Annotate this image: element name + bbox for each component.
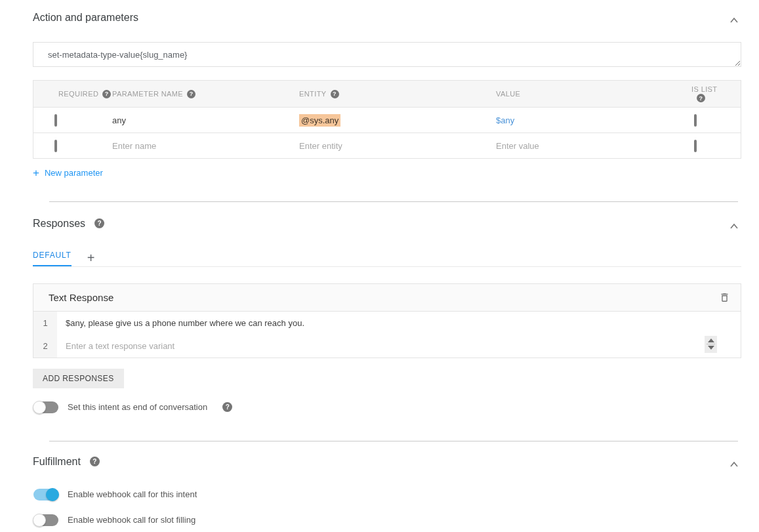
responses-section: Responses ? DEFAULT + Text Response 1 2 [0, 202, 759, 441]
responses-collapse-button[interactable] [727, 219, 741, 234]
help-icon[interactable]: ? [697, 94, 705, 102]
end-of-conversation-label: Set this intent as end of conversation [68, 402, 207, 412]
response-variant-text[interactable]: $any, please give us a phone number wher… [66, 318, 304, 328]
column-entity: ENTITY ? [299, 90, 496, 98]
help-icon[interactable]: ? [222, 402, 232, 412]
new-parameter-label: New parameter [45, 168, 103, 178]
value-reference[interactable]: $any [496, 115, 514, 125]
required-checkbox[interactable] [54, 114, 57, 127]
webhook-slot-label: Enable webhook call for slot filling [68, 515, 195, 525]
help-icon[interactable]: ? [331, 90, 339, 98]
trash-icon [719, 292, 730, 303]
tab-default[interactable]: DEFAULT [33, 251, 72, 266]
column-value: VALUE [496, 90, 689, 98]
fulfillment-collapse-button[interactable] [727, 457, 741, 472]
webhook-intent-row: Enable webhook call for this intent [33, 488, 741, 501]
column-is-list: IS LIST ? [689, 85, 741, 102]
chevron-up-icon [728, 14, 741, 27]
help-icon[interactable]: ? [90, 457, 100, 466]
chevron-up-icon [728, 220, 741, 233]
text-response-title: Text Response [49, 292, 113, 303]
text-response-panel: Text Response 1 2 $any, please give us a… [33, 283, 741, 358]
response-variant-row: $any, please give us a phone number wher… [57, 312, 741, 335]
end-of-conversation-row: Set this intent as end of conversation ? [33, 401, 741, 414]
required-checkbox[interactable] [54, 140, 57, 152]
is-list-checkbox[interactable] [694, 140, 697, 152]
delete-response-button[interactable] [717, 290, 731, 304]
stepper-down-icon[interactable] [708, 346, 714, 350]
column-required: REQUIRED ? [33, 90, 112, 98]
value-input[interactable] [496, 141, 670, 151]
help-icon[interactable]: ? [94, 218, 104, 228]
add-responses-button[interactable]: ADD RESPONSES [33, 369, 124, 388]
column-parameter-name: PARAMETER NAME ? [112, 90, 299, 98]
help-icon[interactable]: ? [102, 90, 111, 98]
parameter-name-input[interactable] [112, 141, 281, 151]
parameter-row: any @sys.any $any [33, 107, 741, 133]
end-of-conversation-toggle[interactable] [33, 401, 59, 414]
webhook-slot-toggle[interactable] [33, 514, 59, 527]
response-variant-input[interactable] [66, 341, 741, 351]
add-tab-button[interactable]: + [87, 252, 95, 266]
entity-value[interactable]: @sys.any [299, 114, 340, 127]
is-list-checkbox[interactable] [694, 114, 697, 127]
chevron-up-icon [728, 458, 741, 471]
webhook-slot-row: Enable webhook call for slot filling [33, 514, 741, 527]
variant-number: 1 [33, 312, 57, 335]
parameters-table-header: REQUIRED ? PARAMETER NAME ? ENTITY ? VAL… [33, 81, 741, 107]
parameter-name-value[interactable]: any [112, 115, 299, 125]
responses-tabbar: DEFAULT + [33, 251, 741, 267]
action-section-title: Action and parameters [33, 12, 138, 24]
variant-number: 2 [33, 335, 57, 358]
help-icon[interactable]: ? [187, 90, 195, 98]
action-parameters-section: Action and parameters set-metadata-type-… [0, 0, 759, 202]
variant-stepper[interactable] [705, 336, 717, 353]
responses-section-title: Responses [33, 218, 85, 230]
parameter-row-empty [33, 133, 741, 158]
action-collapse-button[interactable] [727, 13, 741, 28]
plus-icon: + [33, 169, 39, 178]
fulfillment-section-title: Fulfillment [33, 456, 81, 468]
fulfillment-section: Fulfillment ? Enable webhook call for th… [0, 441, 759, 527]
webhook-intent-label: Enable webhook call for this intent [68, 489, 197, 499]
stepper-up-icon[interactable] [708, 338, 714, 342]
webhook-intent-toggle[interactable] [33, 488, 59, 501]
action-name-input[interactable]: set-metadata-type-value{slug_name} [33, 42, 741, 67]
new-parameter-button[interactable]: + New parameter [33, 168, 103, 178]
parameters-table: REQUIRED ? PARAMETER NAME ? ENTITY ? VAL… [33, 80, 741, 159]
response-variant-row [57, 335, 741, 358]
entity-input[interactable] [299, 141, 476, 151]
variant-number-column: 1 2 [33, 312, 57, 358]
